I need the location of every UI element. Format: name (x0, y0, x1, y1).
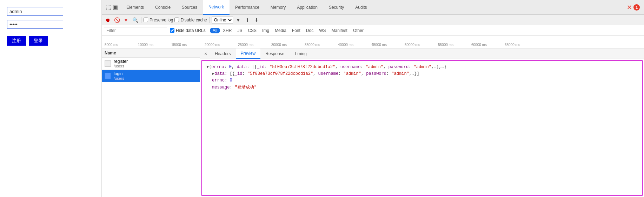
login-item-name: login (114, 71, 124, 76)
tab-sources[interactable]: Sources (176, 0, 203, 15)
hide-data-urls-checkbox[interactable] (170, 28, 174, 33)
clear-button[interactable]: 🚫 (113, 16, 121, 24)
search-button[interactable]: 🔍 (131, 16, 139, 24)
filter-types: All XHR JS CSS Img Media Font Doc WS Man… (210, 28, 366, 33)
tab-network[interactable]: Network (203, 0, 230, 15)
filter-doc[interactable]: Doc (303, 28, 316, 33)
divider-2 (209, 17, 210, 23)
login-item-icon (105, 73, 111, 79)
timeline-ruler: 5000 ms 10000 ms 15000 ms 20000 ms 25000… (102, 36, 644, 48)
tick-15000: 15000 ms (171, 43, 205, 47)
tab-audits[interactable]: Audits (350, 0, 372, 15)
hide-data-urls-label[interactable]: Hide data URLs (170, 28, 206, 33)
json-line-4: message: "登录成功" (206, 84, 638, 91)
filter-media[interactable]: Media (272, 28, 289, 33)
filter-ws[interactable]: WS (316, 28, 328, 33)
register-item-path: /users (114, 64, 128, 68)
filter-other[interactable]: Other (350, 28, 366, 33)
filter-all[interactable]: All (210, 28, 220, 33)
tab-response[interactable]: Response (260, 48, 289, 59)
filter-css[interactable]: CSS (245, 28, 259, 33)
disable-cache-text: Disable cache (180, 18, 207, 22)
login-button[interactable]: 登录 (29, 36, 48, 46)
devtools-panel: ⬚ ▣ Elements Console Sources Network Per… (102, 0, 644, 197)
webpage-panel: 注册 登录 (0, 0, 102, 197)
tick-65000: 65000 ms (505, 43, 538, 47)
error-badge: 1 (633, 4, 640, 11)
tab-preview[interactable]: Preview (236, 48, 261, 59)
tick-25000: 25000 ms (238, 43, 271, 47)
filter-font[interactable]: Font (289, 28, 303, 33)
devtools-icons: ⬚ ▣ (103, 4, 121, 11)
register-item-info: register /users (114, 59, 128, 68)
response-tabs: × Headers Preview Response Timing (200, 48, 644, 59)
network-list-header: Name (102, 48, 200, 58)
tick-5000: 5000 ms (105, 43, 138, 47)
login-item-info: login /users (114, 71, 124, 80)
register-item-name: register (114, 59, 128, 64)
username-input[interactable] (7, 7, 63, 16)
tick-40000: 40000 ms (338, 43, 371, 47)
tab-bar-right: ✕ 1 (627, 4, 643, 11)
export-button[interactable]: ⬇ (253, 16, 260, 24)
tick-45000: 45000 ms (371, 43, 405, 47)
filter-xhr[interactable]: XHR (220, 28, 234, 33)
tick-60000: 60000 ms (471, 43, 505, 47)
close-icon[interactable]: ✕ (627, 4, 632, 11)
devtools-tab-bar: ⬚ ▣ Elements Console Sources Network Per… (102, 0, 644, 15)
tick-20000: 20000 ms (205, 43, 238, 47)
filter-button[interactable]: ▼ (122, 16, 130, 24)
import-button[interactable]: ⬆ (244, 16, 251, 24)
preserve-log-checkbox[interactable] (144, 18, 148, 22)
filter-bar: Hide data URLs All XHR JS CSS Img Media … (102, 25, 644, 36)
tab-elements[interactable]: Elements (121, 0, 150, 15)
preserve-log-label[interactable]: Preserve log (144, 18, 173, 22)
divider-1 (141, 17, 141, 23)
tick-35000: 35000 ms (305, 43, 338, 47)
login-item-path: /users (114, 76, 124, 80)
tick-55000: 55000 ms (438, 43, 471, 47)
disable-cache-checkbox[interactable] (174, 18, 179, 22)
network-list: Name register /users login /users (102, 48, 200, 197)
network-item-login[interactable]: login /users (102, 70, 200, 82)
network-toolbar: ⏺ 🚫 ▼ 🔍 Preserve log Disable cache Onlin… (102, 15, 644, 25)
tab-headers[interactable]: Headers (210, 48, 235, 59)
tick-10000: 10000 ms (138, 43, 171, 47)
tick-50000: 50000 ms (405, 43, 438, 47)
tab-performance[interactable]: Performance (230, 0, 265, 15)
filter-img[interactable]: Img (259, 28, 272, 33)
json-line-3: errno: 0 (206, 77, 638, 84)
network-item-register[interactable]: register /users (102, 58, 200, 70)
response-tab-close[interactable]: × (201, 48, 210, 59)
throttle-dropdown-icon[interactable]: ▼ (234, 16, 242, 24)
throttle-select[interactable]: Online (212, 17, 233, 24)
tab-memory[interactable]: Memory (265, 0, 291, 15)
register-button[interactable]: 注册 (7, 36, 26, 46)
json-line-1: ▼{errno: 0, data: [{_id: "5f03ea73cf078f… (206, 64, 638, 71)
password-input[interactable] (7, 20, 63, 29)
preserve-log-text: Preserve log (150, 18, 173, 22)
tick-30000: 30000 ms (271, 43, 305, 47)
cursor-icon[interactable]: ⬚ (106, 4, 111, 11)
disable-cache-label[interactable]: Disable cache (174, 18, 207, 22)
filter-js[interactable]: JS (234, 28, 245, 33)
main-content: Name register /users login /users × Hea (102, 48, 644, 197)
tab-security[interactable]: Security (323, 0, 350, 15)
tab-console[interactable]: Console (150, 0, 176, 15)
filter-manifest[interactable]: Manifest (329, 28, 350, 33)
hide-data-urls-text: Hide data URLs (176, 28, 206, 33)
tab-application[interactable]: Application (291, 0, 323, 15)
json-line-2: ▶data: [{_id: "5f03ea73cf078f22dcbcd1a2"… (206, 71, 638, 77)
response-panel: × Headers Preview Response Timing ▼{errn… (200, 48, 644, 197)
tab-timing[interactable]: Timing (289, 48, 312, 59)
filter-input[interactable] (104, 27, 167, 34)
device-icon[interactable]: ▣ (113, 4, 118, 11)
response-content: ▼{errno: 0, data: [{_id: "5f03ea73cf078f… (201, 60, 643, 196)
register-item-icon (105, 60, 111, 67)
record-button[interactable]: ⏺ (104, 16, 112, 24)
